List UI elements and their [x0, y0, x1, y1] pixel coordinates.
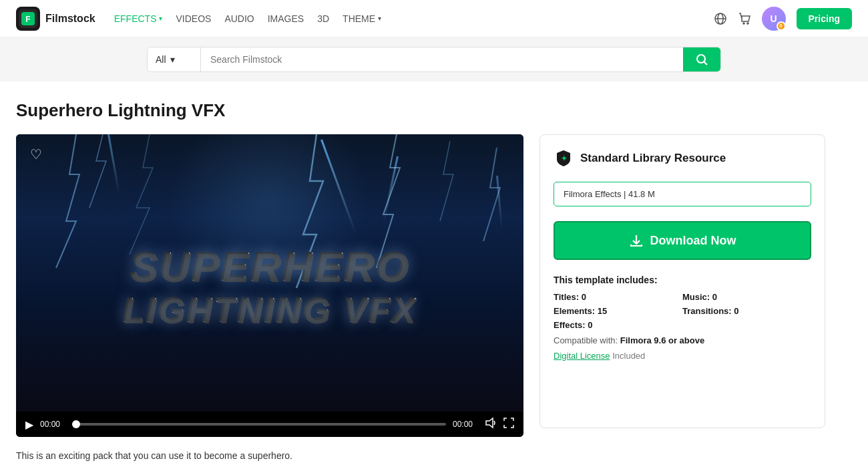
time-total: 00:00	[453, 420, 478, 429]
compatible-text: Compatible with: Filmora 9.6 or above	[554, 335, 811, 345]
page-content: Superhero Lightning VFX	[0, 82, 841, 467]
svg-point-8	[747, 23, 748, 24]
license-included-text: Included	[612, 351, 645, 361]
logo-icon: F	[16, 7, 40, 31]
elements-row: Elements: 15	[554, 306, 682, 316]
progress-bar[interactable]	[72, 423, 446, 426]
logo[interactable]: F Filmstock	[16, 7, 95, 31]
nav-images[interactable]: IMAGES	[268, 13, 304, 24]
volume-button[interactable]	[485, 417, 497, 432]
transitions-row: Transitions: 0	[682, 306, 811, 316]
effects-chevron-icon: ▾	[159, 15, 162, 22]
panel-title: Standard Library Resource	[580, 152, 726, 165]
svg-line-10	[704, 62, 708, 65]
search-button[interactable]	[683, 47, 720, 71]
template-grid: Titles: 0 Music: 0 Elements: 15 Transiti…	[554, 292, 811, 330]
page-description: This is an exciting pack that you can us…	[16, 450, 825, 461]
page-title: Superhero Lightning VFX	[16, 100, 825, 121]
logo-text: Filmstock	[45, 13, 95, 25]
download-icon	[629, 233, 644, 248]
play-button[interactable]: ▶	[25, 418, 33, 431]
video-title-line1: SUPERHERO	[123, 243, 417, 290]
progress-thumb	[72, 420, 80, 428]
notification-badge: 0	[777, 21, 786, 31]
nav-3d[interactable]: 3D	[317, 13, 329, 24]
nav-theme[interactable]: THEME ▾	[343, 13, 381, 24]
search-category-dropdown[interactable]: All ▾	[148, 47, 201, 71]
shield-icon: ✦	[554, 148, 574, 168]
svg-text:✦: ✦	[561, 154, 567, 162]
video-title-line2: LIGHTNING VFX	[123, 290, 417, 330]
search-icon	[695, 53, 708, 66]
pricing-button[interactable]: Pricing	[797, 8, 852, 29]
search-bar-section: All ▾	[0, 37, 868, 82]
svg-text:F: F	[25, 15, 30, 24]
user-avatar[interactable]: U 0	[762, 7, 786, 31]
music-row: Music: 0	[682, 292, 811, 302]
template-includes: This template includes: Titles: 0 Music:…	[554, 275, 811, 361]
header-right: U 0 Pricing	[714, 7, 852, 31]
time-current: 00:00	[40, 420, 65, 429]
theme-chevron-icon: ▾	[378, 15, 381, 22]
cart-icon[interactable]	[738, 12, 751, 25]
license-link[interactable]: Digital License	[554, 351, 610, 361]
svg-point-7	[743, 23, 744, 24]
video-player: ♡ SUPERHERO LIGHTNING VFX ▶ 00:00 00:00	[16, 134, 523, 437]
nav-audio[interactable]: AUDIO	[224, 13, 254, 24]
nav-videos[interactable]: VIDEOS	[176, 13, 211, 24]
main-nav: EFFECTS ▾ VIDEOS AUDIO IMAGES 3D THEME ▾	[114, 13, 714, 24]
file-info-badge: Filmora Effects | 41.8 M	[554, 182, 811, 206]
license-row: Digital License Included	[554, 351, 811, 361]
favorite-button[interactable]: ♡	[25, 144, 47, 165]
video-title-overlay: SUPERHERO LIGHTNING VFX	[123, 243, 417, 330]
file-info-text: Filmora Effects | 41.8 M	[564, 189, 655, 199]
globe-icon[interactable]	[714, 12, 727, 25]
search-input[interactable]	[201, 47, 683, 71]
dropdown-chevron-icon: ▾	[170, 54, 175, 65]
panel-header: ✦ Standard Library Resource	[554, 148, 811, 168]
svg-point-9	[697, 55, 705, 63]
template-includes-title: This template includes:	[554, 275, 811, 285]
video-preview: ♡ SUPERHERO LIGHTNING VFX	[16, 134, 523, 412]
download-button[interactable]: Download Now	[554, 221, 811, 260]
effects-row: Effects: 0	[554, 320, 682, 330]
header: F Filmstock EFFECTS ▾ VIDEOS AUDIO IMAGE…	[0, 0, 868, 37]
video-controls: ▶ 00:00 00:00	[16, 412, 523, 437]
nav-effects[interactable]: EFFECTS ▾	[114, 13, 163, 24]
search-container: All ▾	[147, 47, 721, 72]
svg-marker-11	[486, 418, 493, 428]
fullscreen-button[interactable]	[503, 418, 514, 431]
download-panel: ✦ Standard Library Resource Filmora Effe…	[539, 134, 825, 428]
main-layout: ♡ SUPERHERO LIGHTNING VFX ▶ 00:00 00:00	[16, 134, 825, 437]
titles-row: Titles: 0	[554, 292, 682, 302]
